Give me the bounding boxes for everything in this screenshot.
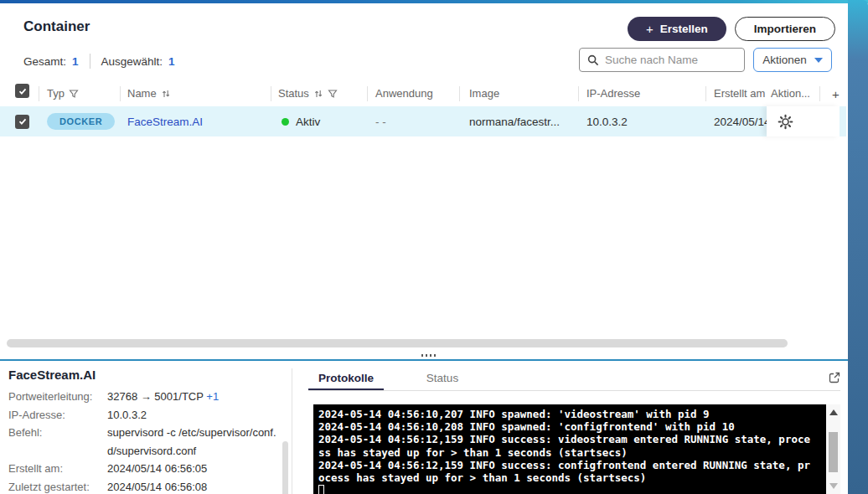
status-cell: Aktiv <box>282 106 320 136</box>
open-in-new-window-icon[interactable] <box>828 371 841 384</box>
total-label: Gesamt: <box>23 55 66 68</box>
ip-cell: 10.0.3.2 <box>586 106 628 136</box>
chevron-down-icon <box>814 58 823 63</box>
window-right-border <box>848 0 868 494</box>
details-panel: Portweiterleitung: 32768 → 5001/TCP +1 I… <box>8 388 285 494</box>
scroll-down-icon[interactable] <box>829 483 838 489</box>
column-header-status[interactable]: Status <box>278 87 338 100</box>
total-value: 1 <box>72 55 79 68</box>
anwendung-cell: - - <box>375 106 386 136</box>
log-output: 2024-05-14 04:56:10,207 INFO spawned: 'v… <box>318 408 810 494</box>
container-manager-panel: Container + Erstellen Importieren Gesamt… <box>0 3 848 494</box>
actions-label: Aktionen <box>762 54 807 66</box>
summary-counts: Gesamt: 1 Ausgewählt: 1 <box>23 54 175 69</box>
column-header-typ[interactable]: Typ <box>47 87 79 100</box>
status-running-icon <box>282 118 289 126</box>
detail-row-last-started: Zuletzt gestartet: 2024/05/14 06:56:08 <box>8 478 285 494</box>
created-cell: 2024/05/14 <box>714 106 769 136</box>
filter-icon[interactable] <box>328 89 338 99</box>
terminal-scrollbar[interactable] <box>826 404 840 494</box>
selected-value: 1 <box>168 55 175 68</box>
details-scrollbar[interactable] <box>282 441 288 494</box>
divider <box>39 86 39 101</box>
divider <box>459 86 460 101</box>
horizontal-scrollbar[interactable] <box>7 339 788 347</box>
scroll-up-icon[interactable] <box>829 409 838 415</box>
divider <box>367 86 368 101</box>
divider <box>271 86 271 101</box>
search-icon <box>587 54 599 66</box>
more-ports-link[interactable]: +1 <box>206 390 219 403</box>
sort-icon[interactable] <box>313 89 323 99</box>
log-terminal[interactable]: 2024-05-14 04:56:10,207 INFO spawned: 'v… <box>313 404 840 494</box>
checkmark-icon <box>18 116 28 126</box>
filter-icon[interactable] <box>69 89 79 99</box>
divider <box>705 86 706 101</box>
table-row[interactable]: DOCKER FaceStream.AI Aktiv - - normana/f… <box>0 106 846 136</box>
column-header-name[interactable]: Name <box>127 87 171 100</box>
detail-row-port: Portweiterleitung: 32768 → 5001/TCP +1 <box>8 388 285 406</box>
pane-divider <box>0 359 848 361</box>
image-cell: normana/facestr... <box>469 106 560 136</box>
actions-dropdown[interactable]: Aktionen <box>753 48 832 72</box>
divider <box>308 390 840 391</box>
pane-resize-handle[interactable] <box>421 354 436 357</box>
column-header-erstellt-am[interactable]: Erstellt am <box>714 87 765 100</box>
row-checkbox-cell <box>15 106 29 136</box>
divider <box>90 54 90 69</box>
column-header-image[interactable]: Image <box>469 87 499 100</box>
terminal-cursor <box>318 485 324 494</box>
column-header-ip[interactable]: IP-Adresse <box>586 87 640 100</box>
container-name-link[interactable]: FaceStream.AI <box>127 116 203 128</box>
docker-badge: DOCKER <box>47 113 115 130</box>
create-button[interactable]: + Erstellen <box>628 17 726 41</box>
divider <box>819 86 820 101</box>
page-title: Container <box>23 18 90 35</box>
tab-protokolle[interactable]: Protokolle <box>308 372 384 384</box>
import-button[interactable]: Importieren <box>735 17 835 41</box>
status-text: Aktiv <box>296 116 320 128</box>
add-column-button[interactable]: + <box>832 87 840 101</box>
scrollbar-thumb[interactable] <box>829 432 838 472</box>
detail-row-created: Erstellt am: 2024/05/14 06:56:05 <box>8 460 285 478</box>
sort-icon[interactable] <box>161 89 171 99</box>
create-button-label: Erstellen <box>660 23 708 35</box>
table-header: Typ Name Status <box>0 81 846 106</box>
divider <box>292 368 292 494</box>
row-checkbox[interactable] <box>15 115 29 129</box>
checkmark-icon <box>18 86 28 96</box>
column-header-anwendung[interactable]: Anwendung <box>375 87 433 100</box>
divider <box>120 86 121 101</box>
divider <box>578 86 579 101</box>
search-input[interactable] <box>605 54 736 66</box>
gear-icon[interactable] <box>778 114 793 130</box>
name-cell: FaceStream.AI <box>127 106 203 136</box>
app-window: Container + Erstellen Importieren Gesamt… <box>0 0 868 494</box>
column-header-aktion[interactable]: Aktion... <box>771 87 810 100</box>
select-all-checkbox[interactable] <box>15 84 29 98</box>
details-title: FaceStream.AI <box>8 368 96 382</box>
type-cell: DOCKER <box>47 106 115 136</box>
selected-label: Ausgewählt: <box>101 55 163 68</box>
detail-row-command: Befehl: supervisord -c /etc/supervisor/c… <box>8 424 285 460</box>
search-box[interactable] <box>579 48 745 72</box>
tab-status[interactable]: Status <box>409 372 476 384</box>
detail-row-ip: IP-Adresse: 10.0.3.2 <box>8 406 285 425</box>
plus-icon: + <box>646 22 654 36</box>
row-actions-cell <box>767 106 840 136</box>
